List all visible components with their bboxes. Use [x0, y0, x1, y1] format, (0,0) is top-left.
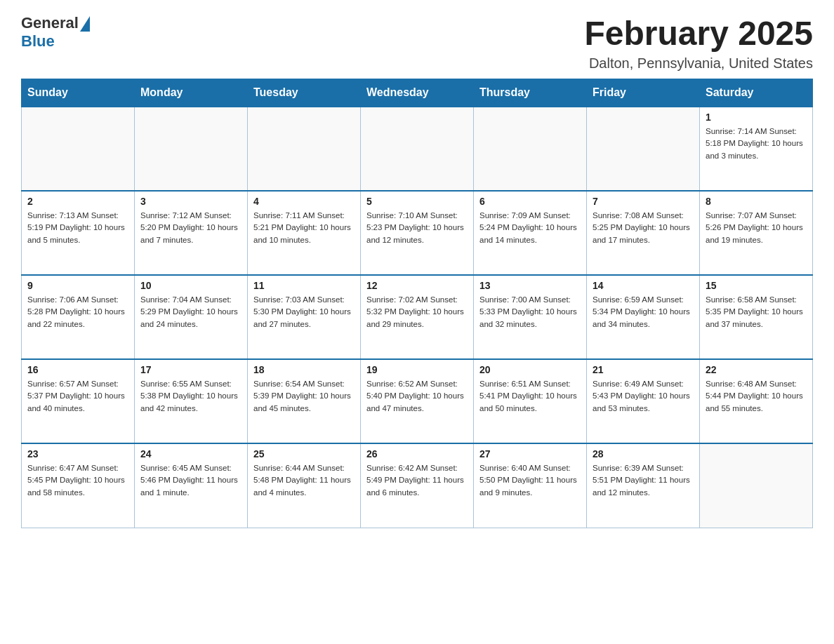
calendar-cell: 6Sunrise: 7:09 AM Sunset: 5:24 PM Daylig… — [474, 191, 587, 275]
day-number: 15 — [706, 280, 807, 291]
day-info: Sunrise: 6:54 AM Sunset: 5:39 PM Dayligh… — [253, 378, 355, 415]
day-number: 2 — [27, 196, 128, 207]
weekday-header-tuesday: Tuesday — [248, 79, 361, 107]
calendar-cell: 19Sunrise: 6:52 AM Sunset: 5:40 PM Dayli… — [361, 359, 474, 443]
day-info: Sunrise: 7:00 AM Sunset: 5:33 PM Dayligh… — [479, 294, 581, 330]
day-info: Sunrise: 7:09 AM Sunset: 5:24 PM Dayligh… — [479, 210, 581, 246]
month-title: February 2025 — [584, 14, 813, 53]
day-number: 9 — [27, 280, 128, 291]
calendar-cell: 16Sunrise: 6:57 AM Sunset: 5:37 PM Dayli… — [22, 359, 135, 443]
day-number: 28 — [593, 448, 694, 459]
calendar-cell: 5Sunrise: 7:10 AM Sunset: 5:23 PM Daylig… — [361, 191, 474, 275]
day-number: 24 — [140, 448, 241, 459]
day-number: 8 — [706, 196, 807, 207]
day-number: 16 — [27, 364, 128, 375]
calendar-cell: 26Sunrise: 6:42 AM Sunset: 5:49 PM Dayli… — [361, 443, 474, 528]
day-number: 27 — [479, 448, 581, 459]
calendar-cell: 17Sunrise: 6:55 AM Sunset: 5:38 PM Dayli… — [135, 359, 248, 443]
day-info: Sunrise: 6:55 AM Sunset: 5:38 PM Dayligh… — [140, 378, 241, 415]
calendar-week-row: 23Sunrise: 6:47 AM Sunset: 5:45 PM Dayli… — [22, 443, 813, 528]
calendar-cell: 2Sunrise: 7:13 AM Sunset: 5:19 PM Daylig… — [22, 191, 135, 275]
day-number: 3 — [140, 196, 241, 207]
calendar-cell: 9Sunrise: 7:06 AM Sunset: 5:28 PM Daylig… — [22, 275, 135, 359]
calendar-cell: 21Sunrise: 6:49 AM Sunset: 5:43 PM Dayli… — [587, 359, 700, 443]
calendar-cell: 13Sunrise: 7:00 AM Sunset: 5:33 PM Dayli… — [474, 275, 587, 359]
day-number: 18 — [253, 364, 355, 375]
calendar-cell — [361, 107, 474, 191]
day-info: Sunrise: 6:44 AM Sunset: 5:48 PM Dayligh… — [253, 462, 355, 499]
day-info: Sunrise: 7:07 AM Sunset: 5:26 PM Dayligh… — [706, 210, 807, 246]
calendar-cell — [22, 107, 135, 191]
calendar-cell: 14Sunrise: 6:59 AM Sunset: 5:34 PM Dayli… — [587, 275, 700, 359]
day-number: 23 — [27, 448, 128, 459]
calendar-cell: 12Sunrise: 7:02 AM Sunset: 5:32 PM Dayli… — [361, 275, 474, 359]
day-info: Sunrise: 7:10 AM Sunset: 5:23 PM Dayligh… — [366, 210, 468, 246]
calendar-cell: 25Sunrise: 6:44 AM Sunset: 5:48 PM Dayli… — [248, 443, 361, 528]
calendar-cell: 1Sunrise: 7:14 AM Sunset: 5:18 PM Daylig… — [700, 107, 813, 191]
day-info: Sunrise: 7:03 AM Sunset: 5:30 PM Dayligh… — [253, 294, 355, 330]
calendar-week-row: 9Sunrise: 7:06 AM Sunset: 5:28 PM Daylig… — [22, 275, 813, 359]
calendar-cell — [700, 443, 813, 528]
day-info: Sunrise: 7:12 AM Sunset: 5:20 PM Dayligh… — [140, 210, 241, 246]
calendar-cell: 20Sunrise: 6:51 AM Sunset: 5:41 PM Dayli… — [474, 359, 587, 443]
page-header: General Blue February 2025 Dalton, Penns… — [21, 14, 813, 72]
day-number: 14 — [593, 280, 694, 291]
calendar-week-row: 16Sunrise: 6:57 AM Sunset: 5:37 PM Dayli… — [22, 359, 813, 443]
day-number: 1 — [706, 112, 807, 123]
day-number: 19 — [366, 364, 468, 375]
day-info: Sunrise: 7:02 AM Sunset: 5:32 PM Dayligh… — [366, 294, 468, 330]
day-info: Sunrise: 6:59 AM Sunset: 5:34 PM Dayligh… — [593, 294, 694, 330]
title-area: February 2025 Dalton, Pennsylvania, Unit… — [584, 14, 813, 72]
calendar-week-row: 2Sunrise: 7:13 AM Sunset: 5:19 PM Daylig… — [22, 191, 813, 275]
calendar-cell — [587, 107, 700, 191]
day-info: Sunrise: 6:45 AM Sunset: 5:46 PM Dayligh… — [140, 462, 241, 499]
day-info: Sunrise: 7:04 AM Sunset: 5:29 PM Dayligh… — [140, 294, 241, 330]
weekday-header-thursday: Thursday — [474, 79, 587, 107]
calendar-cell: 23Sunrise: 6:47 AM Sunset: 5:45 PM Dayli… — [22, 443, 135, 528]
day-info: Sunrise: 6:39 AM Sunset: 5:51 PM Dayligh… — [593, 462, 694, 499]
calendar-cell — [474, 107, 587, 191]
logo-triangle-icon — [80, 16, 90, 32]
weekday-header-saturday: Saturday — [700, 79, 813, 107]
day-number: 20 — [479, 364, 581, 375]
calendar-cell — [248, 107, 361, 191]
weekday-header-sunday: Sunday — [22, 79, 135, 107]
day-number: 12 — [366, 280, 468, 291]
day-number: 26 — [366, 448, 468, 459]
calendar-cell — [135, 107, 248, 191]
calendar-week-row: 1Sunrise: 7:14 AM Sunset: 5:18 PM Daylig… — [22, 107, 813, 191]
calendar-cell: 27Sunrise: 6:40 AM Sunset: 5:50 PM Dayli… — [474, 443, 587, 528]
location-text: Dalton, Pennsylvania, United States — [584, 55, 813, 72]
day-info: Sunrise: 7:13 AM Sunset: 5:19 PM Dayligh… — [27, 210, 128, 246]
day-number: 11 — [253, 280, 355, 291]
calendar-cell: 3Sunrise: 7:12 AM Sunset: 5:20 PM Daylig… — [135, 191, 248, 275]
day-info: Sunrise: 6:58 AM Sunset: 5:35 PM Dayligh… — [706, 294, 807, 330]
day-info: Sunrise: 7:11 AM Sunset: 5:21 PM Dayligh… — [253, 210, 355, 246]
logo: General Blue — [21, 14, 90, 51]
day-info: Sunrise: 7:14 AM Sunset: 5:18 PM Dayligh… — [706, 126, 807, 162]
day-number: 10 — [140, 280, 241, 291]
day-info: Sunrise: 6:52 AM Sunset: 5:40 PM Dayligh… — [366, 378, 468, 415]
day-number: 21 — [593, 364, 694, 375]
day-info: Sunrise: 6:51 AM Sunset: 5:41 PM Dayligh… — [479, 378, 581, 415]
day-info: Sunrise: 6:49 AM Sunset: 5:43 PM Dayligh… — [593, 378, 694, 415]
day-number: 4 — [253, 196, 355, 207]
day-number: 22 — [706, 364, 807, 375]
calendar-header-row: SundayMondayTuesdayWednesdayThursdayFrid… — [22, 79, 813, 107]
calendar-cell: 28Sunrise: 6:39 AM Sunset: 5:51 PM Dayli… — [587, 443, 700, 528]
calendar-cell: 10Sunrise: 7:04 AM Sunset: 5:29 PM Dayli… — [135, 275, 248, 359]
calendar-cell: 11Sunrise: 7:03 AM Sunset: 5:30 PM Dayli… — [248, 275, 361, 359]
weekday-header-friday: Friday — [587, 79, 700, 107]
day-info: Sunrise: 6:57 AM Sunset: 5:37 PM Dayligh… — [27, 378, 128, 415]
logo-general-text: General — [21, 14, 79, 32]
calendar-table: SundayMondayTuesdayWednesdayThursdayFrid… — [21, 79, 813, 528]
weekday-header-monday: Monday — [135, 79, 248, 107]
calendar-cell: 8Sunrise: 7:07 AM Sunset: 5:26 PM Daylig… — [700, 191, 813, 275]
day-info: Sunrise: 7:08 AM Sunset: 5:25 PM Dayligh… — [593, 210, 694, 246]
day-number: 13 — [479, 280, 581, 291]
calendar-cell: 4Sunrise: 7:11 AM Sunset: 5:21 PM Daylig… — [248, 191, 361, 275]
day-number: 6 — [479, 196, 581, 207]
day-number: 7 — [593, 196, 694, 207]
day-info: Sunrise: 6:42 AM Sunset: 5:49 PM Dayligh… — [366, 462, 468, 499]
day-info: Sunrise: 6:47 AM Sunset: 5:45 PM Dayligh… — [27, 462, 128, 499]
